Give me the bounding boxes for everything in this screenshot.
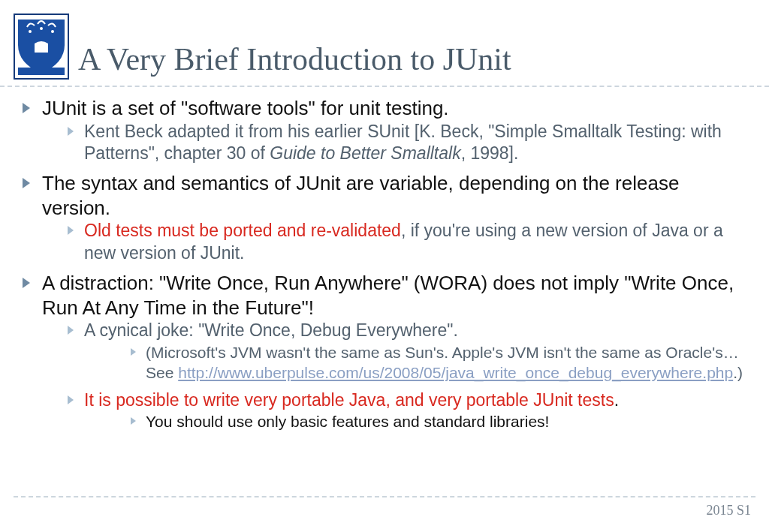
bullet-text-emphasis: It is possible to write very portable Ja…	[84, 390, 614, 410]
bullet-text: JUnit is a set of "software tools" for u…	[42, 97, 449, 119]
bullet-text: A distraction: "Write Once, Run Anywhere…	[42, 272, 734, 319]
bullet-text-emphasis: Old tests must be ported and re-validate…	[84, 221, 401, 240]
svg-point-4	[51, 30, 54, 33]
bullet-item: A distraction: "Write Once, Run Anywhere…	[21, 271, 748, 432]
bullet-text: The syntax and semantics of JUnit are va…	[42, 172, 679, 219]
bullet-text: , 1998].	[461, 143, 519, 163]
external-link[interactable]: http://www.uberpulse.com/us/2008/05/java…	[178, 364, 733, 381]
bullet-text: .	[614, 390, 619, 410]
subsub-bullet-item: You should use only basic features and s…	[126, 411, 748, 431]
svg-point-3	[40, 27, 43, 30]
slide-header: A Very Brief Introduction to JUnit	[0, 0, 769, 87]
sub-bullet-item: It is possible to write very portable Ja…	[63, 389, 748, 432]
slide-content: JUnit is a set of "software tools" for u…	[0, 87, 769, 432]
bullet-item: JUnit is a set of "software tools" for u…	[21, 96, 748, 165]
bullet-text: .)	[733, 364, 743, 381]
svg-point-2	[29, 30, 32, 33]
bullet-text: A cynical joke: "Write Once, Debug Every…	[84, 320, 458, 340]
bullet-item: The syntax and semantics of JUnit are va…	[21, 171, 748, 265]
svg-rect-5	[18, 68, 65, 75]
sub-bullet-item: A cynical joke: "Write Once, Debug Every…	[63, 320, 748, 383]
bullet-text: You should use only basic features and s…	[146, 413, 549, 430]
subsub-bullet-item: (Microsoft's JVM wasn't the same as Sun'…	[126, 342, 748, 383]
university-logo	[14, 14, 69, 80]
footer-divider	[14, 496, 755, 497]
sub-bullet-item: Old tests must be ported and re-validate…	[63, 220, 748, 265]
sub-bullet-item: Kent Beck adapted it from his earlier SU…	[63, 121, 748, 166]
bullet-text-italic: Guide to Better Smalltalk	[270, 143, 460, 163]
footer-label: 2015 S1	[706, 503, 751, 518]
slide-title: A Very Brief Introduction to JUnit	[78, 42, 511, 80]
